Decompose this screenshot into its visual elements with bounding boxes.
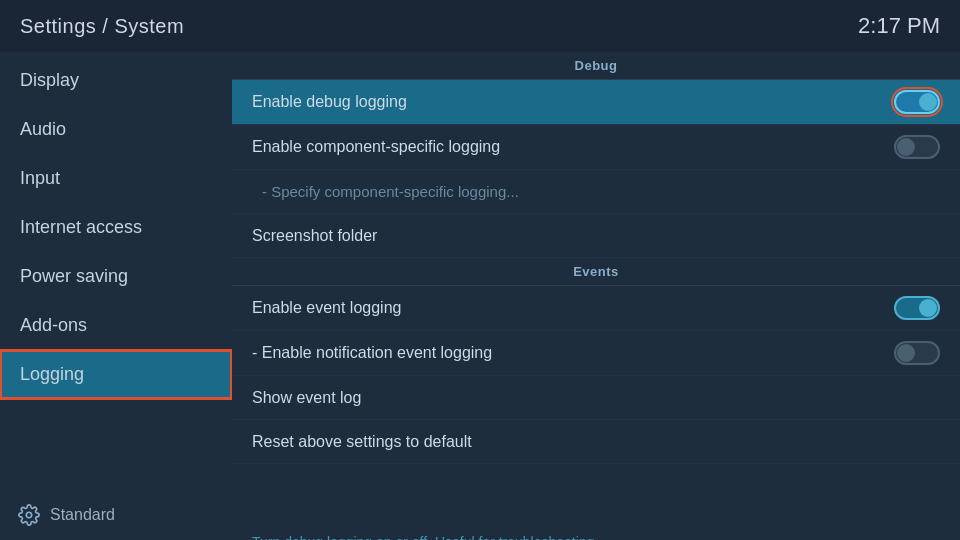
setting-label-reset-settings: Reset above settings to default: [252, 433, 472, 451]
toggle-knob-event-logging: [919, 299, 937, 317]
sidebar-item-power-saving[interactable]: Power saving: [0, 252, 232, 301]
setting-component-logging[interactable]: Enable component-specific logging: [232, 125, 960, 170]
page-title: Settings / System: [20, 15, 184, 38]
toggle-event-logging[interactable]: [894, 296, 940, 320]
setting-screenshot-folder[interactable]: Screenshot folder: [232, 214, 960, 258]
section-header-events: Events: [232, 258, 960, 286]
toggle-knob-debug-logging: [919, 93, 937, 111]
toggle-component-logging[interactable]: [894, 135, 940, 159]
sidebar-item-internet-access[interactable]: Internet access: [0, 203, 232, 252]
toggle-knob-notification-event-logging: [897, 344, 915, 362]
setting-label-component-logging: Enable component-specific logging: [252, 138, 500, 156]
content-footer-hint: Turn debug logging on or off. Useful for…: [232, 524, 960, 540]
header: Settings / System 2:17 PM: [0, 0, 960, 52]
setting-label-screenshot-folder: Screenshot folder: [252, 227, 377, 245]
sidebar-item-logging[interactable]: Logging: [0, 350, 232, 399]
setting-specify-component-logging: - Specify component-specific logging...: [232, 170, 960, 214]
setting-show-event-log[interactable]: Show event log: [232, 376, 960, 420]
setting-label-notification-event-logging: - Enable notification event logging: [252, 344, 492, 362]
sidebar-level: Standard: [0, 490, 232, 540]
section-header-debug: Debug: [232, 52, 960, 80]
gear-icon: [18, 504, 40, 526]
sidebar-item-display[interactable]: Display: [0, 56, 232, 105]
level-label: Standard: [50, 506, 115, 524]
setting-enable-debug-logging[interactable]: Enable debug logging: [232, 80, 960, 125]
sidebar: Display Audio Input Internet access Powe…: [0, 52, 232, 540]
sidebar-item-add-ons[interactable]: Add-ons: [0, 301, 232, 350]
main-layout: Display Audio Input Internet access Powe…: [0, 52, 960, 540]
setting-notification-event-logging[interactable]: - Enable notification event logging: [232, 331, 960, 376]
setting-reset-settings[interactable]: Reset above settings to default: [232, 420, 960, 464]
sidebar-item-audio[interactable]: Audio: [0, 105, 232, 154]
setting-label-show-event-log: Show event log: [252, 389, 361, 407]
sidebar-item-input[interactable]: Input: [0, 154, 232, 203]
setting-label-event-logging: Enable event logging: [252, 299, 401, 317]
toggle-debug-logging[interactable]: [894, 90, 940, 114]
toggle-notification-event-logging[interactable]: [894, 341, 940, 365]
toggle-knob-component-logging: [897, 138, 915, 156]
spacer: [232, 464, 960, 524]
setting-event-logging[interactable]: Enable event logging: [232, 286, 960, 331]
clock: 2:17 PM: [858, 13, 940, 39]
settings-content: Debug Enable debug logging Enable compon…: [232, 52, 960, 540]
svg-point-0: [26, 512, 32, 518]
setting-label-debug-logging: Enable debug logging: [252, 93, 407, 111]
setting-label-specify-component-logging: - Specify component-specific logging...: [252, 183, 519, 200]
